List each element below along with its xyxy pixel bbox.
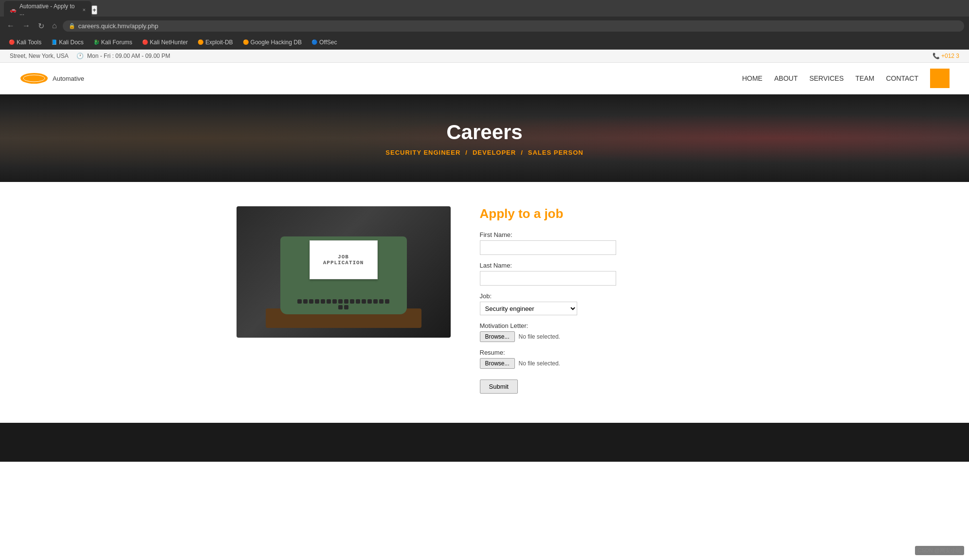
first-name-group: First Name:: [480, 231, 733, 255]
paper-text: JOB: [338, 254, 349, 260]
url-text: careers.quick.hmv/apply.php: [78, 22, 159, 30]
main-content: JOB APPLICATION: [217, 206, 752, 394]
nav-cta-button[interactable]: [930, 69, 950, 88]
bookmark-kali-tools[interactable]: 🔴 Kali Tools: [5, 38, 45, 47]
hero-banner: Careers SECURITY ENGINEER / DEVELOPER / …: [0, 94, 969, 182]
hours-text: 🕐 Mon - Fri : 09.00 AM - 09.00 PM: [76, 53, 170, 59]
bookmark-kali-docs[interactable]: 📘 Kali Docs: [47, 38, 88, 47]
tab-favicon: 🚗: [10, 7, 17, 13]
motivation-group: Motivation Letter: Browse... No file sel…: [480, 322, 733, 342]
resume-group: Resume: Browse... No file selected.: [480, 349, 733, 369]
submit-button[interactable]: Submit: [480, 379, 518, 394]
motivation-label: Motivation Letter:: [480, 322, 733, 329]
hero-link-developer[interactable]: DEVELOPER: [473, 149, 516, 156]
bookmarks-bar: 🔴 Kali Tools 📘 Kali Docs 🐉 Kali Forums 🔴…: [0, 35, 969, 50]
logo-svg: [19, 71, 49, 86]
bookmark-label: Kali Forums: [101, 39, 132, 46]
hero-content: Careers SECURITY ENGINEER / DEVELOPER / …: [385, 121, 583, 156]
hero-links: SECURITY ENGINEER / DEVELOPER / SALES PE…: [385, 149, 583, 156]
motivation-no-file: No file selected.: [519, 333, 560, 340]
home-button[interactable]: ⌂: [50, 20, 59, 31]
resume-label: Resume:: [480, 349, 733, 356]
bookmark-label: Kali NetHunter: [150, 39, 188, 46]
forward-button[interactable]: →: [20, 20, 32, 31]
main-navigation: Automative HOME ABOUT SERVICES TEAM CONT…: [0, 63, 969, 94]
top-info-bar: Street, New York, USA 🕐 Mon - Fri : 09.0…: [0, 50, 969, 63]
address-text: Street, New York, USA: [10, 53, 69, 59]
lock-icon: 🔒: [69, 23, 75, 29]
address-bar: ← → ↻ ⌂ 🔒 careers.quick.hmv/apply.php: [0, 17, 969, 35]
site-wrapper: Street, New York, USA 🕐 Mon - Fri : 09.0…: [0, 50, 969, 462]
motivation-browse-button[interactable]: Browse...: [480, 331, 515, 342]
svg-point-0: [20, 73, 48, 84]
resume-browse-button[interactable]: Browse...: [480, 358, 515, 369]
bookmark-label: Kali Docs: [59, 39, 84, 46]
nav-team[interactable]: TEAM: [855, 74, 874, 82]
bookmark-label: Google Hacking DB: [251, 39, 302, 46]
tab-bar: 🚗 Automative - Apply to ... × +: [0, 0, 969, 17]
nav-services[interactable]: SERVICES: [809, 74, 844, 82]
add-tab-button[interactable]: +: [91, 5, 97, 15]
paper-subtext: APPLICATION: [323, 260, 364, 266]
browser-chrome: 🚗 Automative - Apply to ... × + ← → ↻ ⌂ …: [0, 0, 969, 50]
nav-links: HOME ABOUT SERVICES TEAM CONTACT: [742, 69, 950, 88]
bookmark-label: OffSec: [319, 39, 337, 46]
hero-separator-2: /: [521, 149, 523, 156]
google-hacking-icon: 🟠: [243, 39, 249, 45]
top-info-left: Street, New York, USA 🕐 Mon - Fri : 09.0…: [10, 53, 170, 59]
job-group: Job: Security engineer Developer Sales P…: [480, 292, 733, 315]
job-application-image: JOB APPLICATION: [237, 206, 451, 338]
phone-icon: 📞: [932, 53, 940, 59]
motivation-upload-row: Browse... No file selected.: [480, 331, 733, 342]
hero-link-sales[interactable]: SALES PERSON: [528, 149, 584, 156]
form-title: Apply to a job: [480, 206, 733, 221]
bookmark-exploit-db[interactable]: 🟠 Exploit-DB: [194, 38, 237, 47]
nav-contact[interactable]: CONTACT: [886, 74, 918, 82]
clock-icon: 🕐: [76, 53, 84, 59]
resume-no-file: No file selected.: [519, 360, 560, 367]
job-label: Job:: [480, 292, 733, 300]
hero-link-security[interactable]: SECURITY ENGINEER: [385, 149, 460, 156]
top-info-right: 📞 +012 3: [932, 53, 959, 59]
hero-separator-1: /: [465, 149, 468, 156]
application-form: Apply to a job First Name: Last Name: Jo…: [480, 206, 733, 394]
offsec-icon: 🔵: [311, 39, 317, 45]
bookmark-label: Exploit-DB: [205, 39, 233, 46]
last-name-input[interactable]: [480, 271, 616, 286]
bookmark-offsec[interactable]: 🔵 OffSec: [308, 38, 341, 47]
kali-forums-icon: 🐉: [93, 39, 99, 45]
refresh-button[interactable]: ↻: [36, 20, 46, 32]
nav-about[interactable]: ABOUT: [774, 74, 798, 82]
logo-area: Automative: [19, 71, 84, 86]
resume-upload-row: Browse... No file selected.: [480, 358, 733, 369]
last-name-label: Last Name:: [480, 262, 733, 269]
kali-docs-icon: 📘: [51, 39, 57, 45]
job-image-area: JOB APPLICATION: [237, 206, 451, 338]
hero-title: Careers: [385, 121, 583, 144]
kali-nethunter-icon: 🔴: [142, 39, 148, 45]
nav-home[interactable]: HOME: [742, 74, 763, 82]
active-tab[interactable]: 🚗 Automative - Apply to ... ×: [4, 1, 91, 18]
bookmark-kali-forums[interactable]: 🐉 Kali Forums: [90, 38, 136, 47]
last-name-group: Last Name:: [480, 262, 733, 286]
url-bar[interactable]: 🔒 careers.quick.hmv/apply.php: [63, 20, 964, 32]
bookmark-kali-nethunter[interactable]: 🔴 Kali NetHunter: [138, 38, 192, 47]
bookmark-google-hacking[interactable]: 🟠 Google Hacking DB: [239, 38, 306, 47]
first-name-label: First Name:: [480, 231, 733, 238]
logo-text: Automative: [53, 75, 84, 82]
back-button[interactable]: ←: [5, 20, 17, 31]
exploit-db-icon: 🟠: [198, 39, 203, 45]
job-select[interactable]: Security engineer Developer Sales Person: [480, 302, 577, 315]
bookmark-label: Kali Tools: [17, 39, 41, 46]
tab-title: Automative - Apply to ...: [19, 3, 80, 17]
kali-tools-icon: 🔴: [9, 39, 15, 45]
footer: [0, 423, 969, 462]
tab-close-button[interactable]: ×: [83, 7, 86, 13]
first-name-input[interactable]: [480, 240, 616, 255]
